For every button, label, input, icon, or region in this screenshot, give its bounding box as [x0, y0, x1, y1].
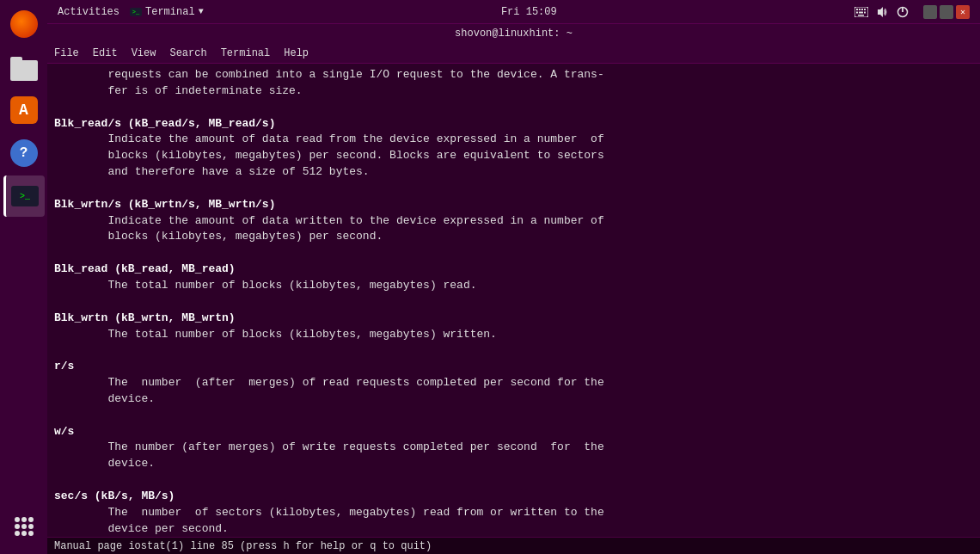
system-bar-right: ✕ [854, 5, 970, 19]
menu-search[interactable]: Search [169, 47, 206, 59]
menu-bar: File Edit View Search Terminal Help [47, 43, 980, 64]
system-bar: Activities >_ Terminal ▼ Fri 15:09 [47, 0, 980, 24]
svg-marker-9 [878, 7, 883, 17]
system-time: Fri 15:09 [501, 6, 557, 18]
apps-grid-icon [15, 517, 34, 536]
activities-button[interactable]: Activities [58, 6, 119, 18]
terminal-title-bar[interactable]: >_ Terminal ▼ [130, 6, 204, 18]
firefox-icon [10, 10, 38, 38]
sidebar-item-terminal[interactable]: >_ [3, 175, 45, 217]
terminal-dropdown-icon[interactable]: ▼ [199, 7, 204, 16]
system-bar-center: Fri 15:09 [501, 6, 557, 18]
svg-rect-3 [861, 9, 863, 10]
window-title: shovon@linuxhint: ~ [455, 28, 573, 40]
sidebar-item-firefox[interactable] [3, 3, 45, 45]
help-icon: ? [10, 139, 38, 167]
sidebar-item-help[interactable]: ? [3, 132, 45, 174]
menu-view[interactable]: View [132, 47, 156, 59]
menu-terminal[interactable]: Terminal [221, 47, 271, 59]
terminal-text: requests can be combined into a single I… [54, 67, 973, 537]
terminal-window: shovon@linuxhint: ~ File Edit View Searc… [47, 24, 980, 554]
appstore-icon: A [10, 96, 38, 124]
svg-rect-2 [859, 9, 861, 10]
menu-help[interactable]: Help [284, 47, 309, 59]
sidebar-item-apps[interactable] [3, 506, 45, 547]
svg-rect-6 [859, 11, 863, 13]
minimize-button[interactable] [923, 5, 937, 19]
keyboard-icon[interactable] [854, 5, 868, 19]
terminal-small-icon: >_ [130, 8, 142, 16]
terminal-content[interactable]: requests can be combined into a single I… [47, 64, 980, 537]
svg-rect-8 [858, 15, 864, 16]
volume-icon[interactable] [875, 5, 889, 19]
sidebar: A ? >_ [0, 0, 47, 554]
system-bar-left: Activities >_ Terminal ▼ [58, 6, 204, 18]
terminal-app-label: Terminal [145, 6, 195, 18]
window-controls: ✕ [923, 5, 970, 19]
menu-file[interactable]: File [54, 47, 79, 59]
sidebar-item-appstore[interactable]: A [3, 89, 45, 131]
svg-rect-7 [864, 11, 866, 13]
power-icon[interactable] [896, 5, 910, 19]
svg-rect-1 [856, 9, 858, 10]
svg-rect-5 [856, 11, 858, 13]
files-icon [10, 53, 38, 81]
terminal-icon: >_ [11, 186, 39, 206]
window-title-bar: shovon@linuxhint: ~ [47, 24, 980, 43]
close-button[interactable]: ✕ [956, 5, 970, 19]
svg-rect-4 [864, 9, 866, 10]
menu-edit[interactable]: Edit [93, 47, 118, 59]
sidebar-item-files[interactable] [3, 46, 45, 88]
status-bar: Manual page iostat(1) line 85 (press h f… [47, 537, 980, 554]
maximize-button[interactable] [940, 5, 953, 19]
status-bar-text: Manual page iostat(1) line 85 (press h f… [54, 540, 432, 552]
